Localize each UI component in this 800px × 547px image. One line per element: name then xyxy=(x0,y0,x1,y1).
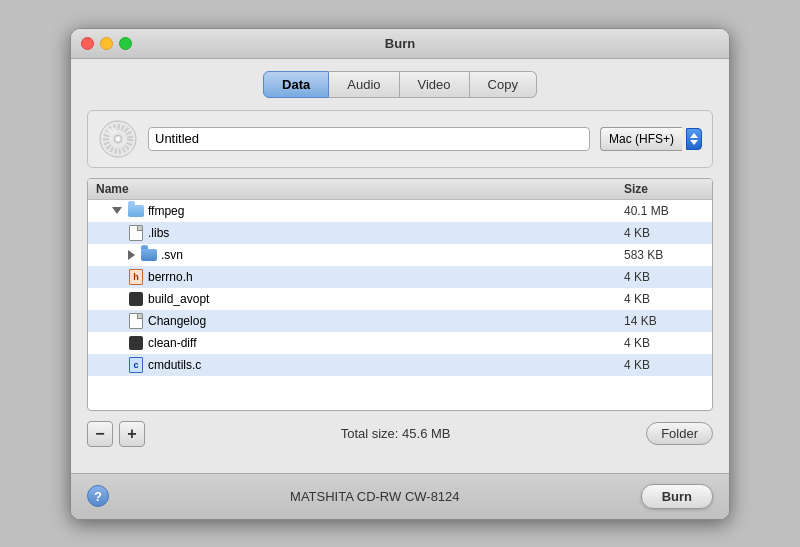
table-row[interactable]: .svn 583 KB xyxy=(88,244,712,266)
file-name-label: build_avopt xyxy=(148,292,209,306)
file-list-header: Name Size xyxy=(88,179,712,200)
file-name-label: .svn xyxy=(161,248,183,262)
table-row[interactable]: .libs 4 KB xyxy=(88,222,712,244)
file-name-cell: .svn xyxy=(96,247,624,263)
help-button[interactable]: ? xyxy=(87,485,109,507)
format-dropdown-button[interactable] xyxy=(686,128,702,150)
close-button[interactable] xyxy=(81,37,94,50)
disc-icon xyxy=(98,119,138,159)
table-row[interactable]: clean-diff 4 KB xyxy=(88,332,712,354)
file-size-label: 4 KB xyxy=(624,358,704,372)
remove-item-button[interactable]: − xyxy=(87,421,113,447)
exec-file-icon xyxy=(128,335,144,351)
file-name-cell: ffmpeg xyxy=(96,203,624,219)
expand-icon[interactable] xyxy=(128,250,135,260)
tab-bar: Data Audio Video Copy xyxy=(87,71,713,98)
folder-button[interactable]: Folder xyxy=(646,422,713,445)
file-name-cell: Changelog xyxy=(96,313,624,329)
window-content: Data Audio Video Copy Mac (HFS+) xyxy=(71,59,729,473)
expand-icon[interactable] xyxy=(112,207,122,214)
file-name-cell: build_avopt xyxy=(96,291,624,307)
file-size-label: 14 KB xyxy=(624,314,704,328)
text-file-icon xyxy=(128,313,144,329)
window-title: Burn xyxy=(385,36,415,51)
footer: ? MATSHITA CD-RW CW-8124 Burn xyxy=(71,473,729,519)
h-file-icon: h xyxy=(128,269,144,285)
file-name-label: cmdutils.c xyxy=(148,358,201,372)
traffic-lights xyxy=(81,37,132,50)
file-name-label: ffmpeg xyxy=(148,204,184,218)
tab-video[interactable]: Video xyxy=(400,71,470,98)
total-size-label: Total size: 45.6 MB xyxy=(151,426,640,441)
maximize-button[interactable] xyxy=(119,37,132,50)
file-size-label: 583 KB xyxy=(624,248,704,262)
file-size-label: 40.1 MB xyxy=(624,204,704,218)
table-row[interactable]: h berrno.h 4 KB xyxy=(88,266,712,288)
file-name-cell: h berrno.h xyxy=(96,269,624,285)
c-file-icon: c xyxy=(128,357,144,373)
bottom-controls: − + Total size: 45.6 MB Folder xyxy=(87,421,713,447)
titlebar: Burn xyxy=(71,29,729,59)
disc-row: Mac (HFS+) xyxy=(87,110,713,168)
file-size-label: 4 KB xyxy=(624,226,704,240)
folder-icon xyxy=(141,247,157,263)
file-name-label: Changelog xyxy=(148,314,206,328)
file-name-cell: clean-diff xyxy=(96,335,624,351)
tab-audio[interactable]: Audio xyxy=(329,71,399,98)
table-row[interactable]: Changelog 14 KB xyxy=(88,310,712,332)
file-name-label: berrno.h xyxy=(148,270,193,284)
file-list: Name Size ffmpeg 40.1 MB xyxy=(87,178,713,411)
format-label: Mac (HFS+) xyxy=(600,127,682,151)
file-size-label: 4 KB xyxy=(624,270,704,284)
file-size-label: 4 KB xyxy=(624,292,704,306)
file-name-label: .libs xyxy=(148,226,169,240)
disc-name-input[interactable] xyxy=(148,127,590,151)
table-row[interactable]: build_avopt 4 KB xyxy=(88,288,712,310)
column-name-header: Name xyxy=(96,182,624,196)
minimize-button[interactable] xyxy=(100,37,113,50)
device-label: MATSHITA CD-RW CW-8124 xyxy=(109,489,641,504)
table-row[interactable]: ffmpeg 40.1 MB xyxy=(88,200,712,222)
folder-open-icon xyxy=(128,203,144,219)
file-name-cell: c cmdutils.c xyxy=(96,357,624,373)
table-row[interactable]: c cmdutils.c 4 KB xyxy=(88,354,712,376)
column-size-header: Size xyxy=(624,182,704,196)
tab-data[interactable]: Data xyxy=(263,71,329,98)
svg-point-3 xyxy=(116,137,120,141)
file-size-label: 4 KB xyxy=(624,336,704,350)
file-list-body[interactable]: ffmpeg 40.1 MB .libs 4 KB xyxy=(88,200,712,410)
file-name-label: clean-diff xyxy=(148,336,196,350)
burn-button[interactable]: Burn xyxy=(641,484,713,509)
file-name-cell: .libs xyxy=(96,225,624,241)
main-window: Burn Data Audio Video Copy xyxy=(70,28,730,520)
tab-copy[interactable]: Copy xyxy=(470,71,537,98)
exec-file-icon xyxy=(128,291,144,307)
text-file-icon xyxy=(128,225,144,241)
add-item-button[interactable]: + xyxy=(119,421,145,447)
